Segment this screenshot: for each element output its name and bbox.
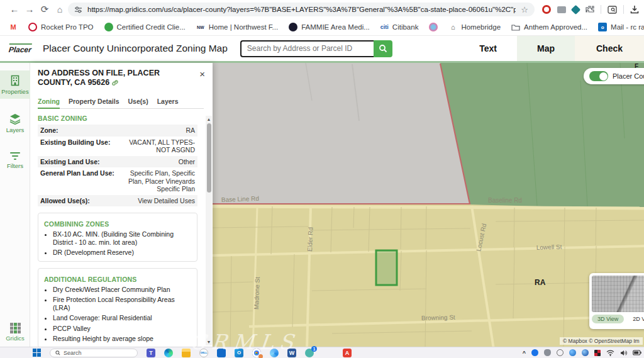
extensions-puzzle-icon[interactable] bbox=[586, 5, 594, 14]
selected-parcel[interactable] bbox=[376, 250, 397, 285]
start-button-icon[interactable] bbox=[33, 349, 41, 357]
red-extension-icon[interactable] bbox=[542, 5, 551, 14]
home-icon[interactable]: ⌂ bbox=[53, 3, 67, 16]
panel-tab-property-details[interactable]: Property Details bbox=[69, 98, 119, 105]
page-title: Placer County Unincorporated Zoning Map bbox=[43, 43, 228, 54]
gridics-branding[interactable]: Gridics bbox=[0, 323, 30, 342]
panel-tab-zoning[interactable]: Zoning bbox=[38, 98, 60, 105]
bookmark-homebridge[interactable]: ⌂ Homebridge bbox=[448, 23, 501, 31]
bookmark-outlook-mail[interactable]: o Mail - rc raymondco... bbox=[598, 23, 644, 31]
layers-icon bbox=[9, 113, 21, 125]
blue-app-icon[interactable] bbox=[217, 349, 226, 357]
photos-icon[interactable] bbox=[270, 349, 279, 357]
map-attribution[interactable]: © Mapbox © OpenStreetMap Im bbox=[560, 337, 643, 345]
road-label-base-line-rd: Base Line Rd bbox=[221, 195, 259, 203]
tab-check[interactable]: Check bbox=[575, 36, 644, 61]
download-icon[interactable] bbox=[630, 5, 639, 14]
combining-zones-card: COMBINING ZONES BX-10 AC. MIN. (Building… bbox=[38, 213, 197, 262]
gray-extension-icon[interactable] bbox=[557, 6, 566, 13]
file-explorer-icon[interactable] bbox=[182, 349, 191, 357]
phone-app-icon[interactable]: 1 bbox=[305, 349, 314, 357]
search-input[interactable] bbox=[240, 40, 374, 57]
tray-circle-icon[interactable] bbox=[557, 349, 564, 356]
teams-icon[interactable]: T bbox=[147, 349, 155, 357]
panel-tab-layers[interactable]: Layers bbox=[157, 98, 179, 105]
tab-search-icon[interactable] bbox=[608, 6, 617, 14]
bookmark-folder-anthem[interactable]: Anthem Approved... bbox=[511, 23, 587, 31]
combining-zone-link[interactable]: BX-10 AC. MIN. (Building Site Combining … bbox=[53, 230, 191, 246]
snowflake-icon bbox=[429, 23, 438, 31]
search-button[interactable] bbox=[374, 40, 392, 57]
home-favicon-icon: ⌂ bbox=[448, 23, 457, 31]
tray-globe2-icon[interactable] bbox=[582, 349, 589, 356]
edge-icon[interactable] bbox=[164, 349, 173, 357]
scroll-down-icon[interactable]: ▼ bbox=[206, 340, 212, 344]
properties-building-icon bbox=[9, 75, 21, 86]
chrome-icon[interactable] bbox=[252, 349, 261, 357]
search-icon bbox=[379, 44, 387, 53]
windows-taskbar: Search T DELL O W 1 A ^ bbox=[0, 347, 644, 358]
certified-credit-icon bbox=[104, 23, 113, 31]
regulation-item: Fire Protection Local Responsibility Are… bbox=[53, 296, 191, 311]
address-bar[interactable]: https://map.gridics.com/us/ca/placer-cou… bbox=[68, 3, 535, 16]
taskbar-search-icon bbox=[55, 350, 60, 355]
minimap-thumbnail[interactable] bbox=[592, 276, 644, 312]
zone-link[interactable]: RA bbox=[186, 126, 195, 135]
toggle-switch-icon[interactable] bbox=[589, 71, 608, 81]
view-detailed-uses-link[interactable]: View Detailed Uses bbox=[138, 197, 195, 205]
tray-expand-icon[interactable]: ^ bbox=[523, 350, 526, 356]
scroll-up-icon[interactable]: ▲ bbox=[206, 117, 212, 121]
tray-globe-icon[interactable] bbox=[569, 349, 576, 356]
sidebar-item-properties[interactable]: Properties bbox=[0, 70, 30, 99]
bookmark-rocket-pro[interactable]: Rocket Pro TPO bbox=[28, 23, 94, 31]
globe-icon bbox=[289, 23, 297, 31]
road-label-lowell-st: Lowell St bbox=[536, 243, 562, 251]
scrollbar-thumb[interactable] bbox=[207, 123, 211, 193]
app-header: Placer Placer County Unincorporated Zoni… bbox=[0, 36, 644, 61]
regulation-link[interactable]: Dry Creek/West Placer Community Plan bbox=[53, 286, 191, 294]
view-2d-button[interactable]: 2D Vie bbox=[633, 316, 644, 322]
taskbar-search[interactable]: Search bbox=[50, 349, 138, 357]
tab-map[interactable]: Map bbox=[517, 36, 575, 61]
layer-toggle[interactable]: Placer Count bbox=[584, 68, 644, 84]
tray-person-icon[interactable] bbox=[531, 349, 538, 356]
back-icon[interactable]: ← bbox=[8, 3, 21, 16]
teal-extension-icon[interactable] bbox=[571, 4, 581, 14]
bookmark-star-icon[interactable]: ☆ bbox=[521, 5, 528, 14]
tray-grid-icon[interactable] bbox=[594, 350, 601, 356]
regulation-link[interactable]: Resulting Height by average slope bbox=[53, 335, 191, 343]
combining-zone-link[interactable]: DR (Development Reserve) bbox=[53, 249, 191, 257]
forward-icon[interactable]: → bbox=[23, 3, 36, 16]
panel-scrollbar[interactable]: ▲ ▼ bbox=[206, 116, 212, 345]
onedrive-icon[interactable] bbox=[544, 349, 551, 356]
outlook-icon[interactable]: O bbox=[235, 349, 243, 357]
close-panel-icon[interactable]: × bbox=[199, 70, 205, 78]
share-link-icon[interactable] bbox=[111, 79, 119, 89]
zoning-row-existing-building-use: Existing Building Use: VACANT, ALL TYPES… bbox=[38, 137, 197, 156]
dell-icon[interactable]: DELL bbox=[199, 349, 208, 357]
acrobat-icon[interactable]: A bbox=[343, 349, 352, 357]
wifi-icon[interactable] bbox=[606, 350, 614, 356]
screenshot-root: ← → ⟳ ⌂ https://map.gridics.com/us/ca/pl… bbox=[0, 0, 644, 358]
gmail-icon: M bbox=[9, 23, 18, 31]
sidebar-item-layers[interactable]: Layers bbox=[0, 109, 30, 137]
tab-text[interactable]: Text bbox=[459, 36, 517, 61]
reload-icon[interactable]: ⟳ bbox=[38, 3, 52, 16]
regulation-item: PCCP Valley bbox=[53, 325, 191, 333]
bookmark-citibank[interactable]: citi Citibank bbox=[380, 23, 419, 31]
sidebar-item-filters[interactable]: Filters bbox=[0, 147, 30, 173]
word-icon[interactable]: W bbox=[287, 349, 296, 357]
view-3d-button[interactable]: 3D View bbox=[592, 315, 624, 323]
panel-tab-uses[interactable]: Use(s) bbox=[128, 98, 148, 105]
map-canvas: Base Line Rd Baseline Rd Elder Rd Madron… bbox=[213, 63, 644, 349]
notification-badge: 1 bbox=[311, 346, 317, 352]
battery-icon[interactable] bbox=[633, 350, 641, 355]
volume-icon[interactable] bbox=[620, 350, 627, 356]
bookmark-certified-credit[interactable]: Certified Credit Clie... bbox=[104, 23, 186, 31]
zoning-map[interactable]: Base Line Rd Baseline Rd Elder Rd Madron… bbox=[213, 63, 644, 349]
bookmark-northwest[interactable]: NW Home | Northwest F... bbox=[196, 23, 278, 31]
bookmark-fammie[interactable]: FAMMIE Area Medi... bbox=[289, 23, 370, 31]
bookmark-snowflake[interactable] bbox=[429, 23, 438, 31]
parcel-title: NO ADDRESS ON FILE, PLACER COUNTY, CA 95… bbox=[38, 69, 187, 89]
bookmark-gmail[interactable]: M bbox=[9, 23, 18, 31]
